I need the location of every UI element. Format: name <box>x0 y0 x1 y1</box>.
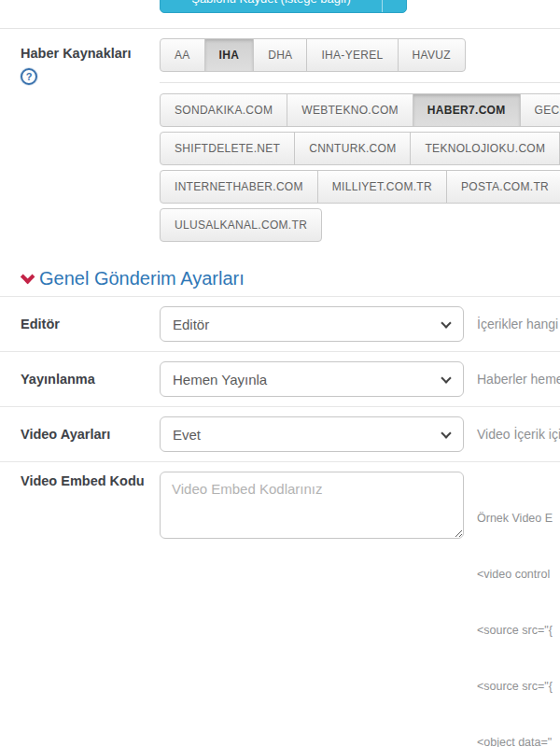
section-title: Genel Gönderim Ayarları <box>39 268 245 289</box>
section-toggle-genel-gonderim[interactable]: Genel Gönderim Ayarları <box>21 268 560 289</box>
news-sources-label: Haber Kaynakları <box>21 38 160 61</box>
site-button-row: ULUSALKANAL.COM.TR <box>160 208 322 242</box>
site-button-row: INTERNETHABER.COM MILLIYET.COM.TR POSTA.… <box>160 170 560 204</box>
site-button-teknolojioku[interactable]: TEKNOLOJIOKU.COM <box>410 132 560 165</box>
video-embed-label: Video Embed Kodu <box>0 472 160 491</box>
chevron-down-icon <box>21 270 35 285</box>
video-settings-select[interactable]: Evet <box>160 416 464 452</box>
submit-split-button[interactable]: Şablonu Kaydet (isteğe bağlı) <box>160 0 407 13</box>
sources-divider <box>160 82 560 83</box>
video-embed-example: Örnek Video E <video control <source src… <box>464 472 560 747</box>
submit-button-label: Şablonu Kaydet (isteğe bağlı) <box>161 0 382 6</box>
site-button-row: SONDAKIKA.COM WEBTEKNO.COM HABER7.COM GE… <box>160 93 560 127</box>
site-button-haber7[interactable]: HABER7.COM <box>413 93 521 127</box>
form-row-video-embed: Video Embed Kodu Örnek Video E <video co… <box>0 461 560 747</box>
agency-button-havuz[interactable]: HAVUZ <box>398 38 466 72</box>
site-button-internethaber[interactable]: INTERNETHABER.COM <box>160 170 318 204</box>
site-button-shiftdelete[interactable]: SHIFTDELETE.NET <box>160 132 295 165</box>
editor-label: Editör <box>0 315 160 334</box>
editor-hint: İçerikler hangi <box>464 317 560 331</box>
agency-button-group: AA IHA DHA IHA-YEREL HAVUZ <box>160 38 466 72</box>
publish-label: Yayınlanma <box>0 370 160 389</box>
form-row-video-settings: Video Ayarları Evet Video İçerik içi <box>0 406 560 461</box>
site-button-row: SHIFTDELETE.NET CNNTURK.COM TEKNOLOJIOKU… <box>160 132 560 165</box>
news-sources-section: Haber Kaynakları ? AA IHA DHA IHA-YEREL … <box>0 29 560 247</box>
publish-select[interactable]: Hemen Yayınla <box>160 361 464 397</box>
site-button-gecce[interactable]: GECCE.CO <box>520 93 560 127</box>
site-button-sondakika[interactable]: SONDAKIKA.COM <box>160 93 287 127</box>
video-embed-textarea[interactable] <box>160 472 464 539</box>
publish-hint: Haberler heme <box>464 372 560 387</box>
editor-select[interactable]: Editör <box>160 306 464 342</box>
split-caret-segment[interactable] <box>382 0 406 12</box>
form-row-publish: Yayınlanma Hemen Yayınla Haberler heme <box>0 351 560 406</box>
video-settings-hint: Video İçerik içi <box>464 427 560 442</box>
agency-button-iha-yerel[interactable]: IHA-YEREL <box>306 38 398 72</box>
help-icon[interactable]: ? <box>21 68 37 85</box>
site-button-posta[interactable]: POSTA.COM.TR <box>446 170 560 204</box>
site-button-webtekno[interactable]: WEBTEKNO.COM <box>287 93 413 127</box>
agency-button-aa[interactable]: AA <box>160 38 205 72</box>
site-button-ulusalkanal[interactable]: ULUSALKANAL.COM.TR <box>160 208 322 242</box>
form-row-editor: Editör Editör İçerikler hangi <box>0 296 560 351</box>
top-action-bar: Şablonu Kaydet (isteğe bağlı) <box>0 0 560 13</box>
agency-button-dha[interactable]: DHA <box>253 38 307 72</box>
agency-button-iha[interactable]: IHA <box>204 38 255 72</box>
site-button-cnnturk[interactable]: CNNTURK.COM <box>294 132 411 165</box>
video-settings-label: Video Ayarları <box>0 425 160 444</box>
site-button-milliyet[interactable]: MILLIYET.COM.TR <box>317 170 447 204</box>
